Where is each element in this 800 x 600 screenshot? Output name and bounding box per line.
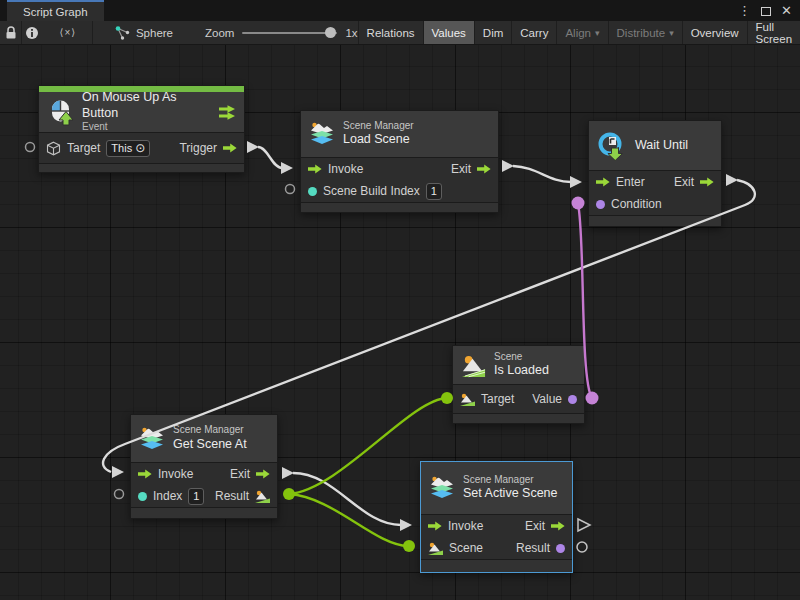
unconnected-setactive-result-port [577,542,587,552]
node-title: Get Scene At [173,437,247,453]
port-label-exit: Exit [525,519,545,533]
port-index-in[interactable]: Index 1 [138,488,204,505]
graph-name: Sphere [136,27,173,39]
dim-button[interactable]: Dim [474,21,511,44]
object-picker-icon[interactable]: ⊙ [135,141,145,156]
lock-button[interactable] [0,21,21,44]
flow-in-arrow-icon [138,469,152,479]
port-enter-in[interactable]: Enter [596,175,645,189]
port-invoke-in[interactable]: Invoke [428,519,483,533]
mouse-up-event-icon [47,99,74,126]
scene-port-icon [428,542,443,555]
port-exit-out[interactable]: Exit [525,519,565,533]
coroutine-double-arrow-icon [218,105,236,120]
value-port-dot-icon [308,187,317,196]
node-title: Wait Until [635,138,688,154]
port-exit-out[interactable]: Exit [230,467,270,481]
target-object-field[interactable]: This ⊙ [106,140,150,157]
scene-build-index-input[interactable]: 1 [426,183,442,200]
port-label-result: Result [215,489,249,503]
distribute-dropdown[interactable]: Distribute ▾ [608,21,682,44]
port-label-scene-build-index: Scene Build Index [323,184,420,198]
port-condition-in[interactable]: Condition [596,197,662,211]
node-footer [421,559,572,572]
zoom-slider-knob[interactable] [325,27,336,38]
node-is-loaded[interactable]: Scene Is Loaded Target Value [452,345,585,424]
node-category: Scene Manager [343,120,414,133]
distribute-label: Distribute [617,27,666,39]
port-scene-build-index-in[interactable]: Scene Build Index 1 [308,183,442,200]
node-footer [131,507,277,518]
port-label-exit: Exit [230,467,250,481]
zoom-slider[interactable] [242,32,337,34]
index-input[interactable]: 1 [188,488,204,505]
node-category: Scene [494,351,549,364]
unconnected-target-port [26,143,35,152]
node-footer [589,215,721,226]
window-menu-button[interactable]: ⋮ [738,4,751,17]
flow-out-arrow-icon [256,469,270,479]
values-button[interactable]: Values [423,21,474,44]
node-category: Scene Manager [463,474,558,487]
port-value-out[interactable]: Value [532,392,577,406]
port-trigger-out[interactable]: Trigger [179,141,237,155]
scene-manager-icon [429,475,455,501]
align-dropdown[interactable]: Align ▾ [556,21,607,44]
node-title: Set Active Scene [463,486,558,502]
node-set-active-scene[interactable]: Scene Manager Set Active Scene Invoke Ex… [420,461,573,573]
node-wait-until[interactable]: Wait Until Enter Exit Condition [588,120,722,227]
tab-script-graph[interactable]: Script Graph [7,0,104,21]
node-footer [301,202,498,212]
port-invoke-in[interactable]: Invoke [138,467,193,481]
wire-getsceneat-to-setactive [282,467,412,531]
tab-title: Script Graph [23,6,88,18]
graph-icon [115,26,130,40]
port-label-index: Index [153,489,182,503]
maximize-icon [761,7,771,16]
port-invoke-in[interactable]: Invoke [308,162,363,176]
port-label-invoke: Invoke [158,467,193,481]
flow-in-arrow-icon [428,521,442,531]
node-get-scene-at[interactable]: Scene Manager Get Scene At Invoke Exit I… [130,414,278,519]
port-result-out[interactable]: Result [215,489,270,503]
value-port-dot-icon [596,200,605,209]
unconnected-setactive-exit-port [578,519,590,531]
scene-port-icon [460,393,475,406]
info-icon [25,26,39,40]
overview-button[interactable]: Overview [682,21,747,44]
wire-trigger-to-loadscene [247,141,293,174]
code-brackets-icon: ⟨×⟩ [60,27,77,38]
relations-button[interactable]: Relations [358,21,423,44]
port-label-invoke: Invoke [448,519,483,533]
port-label-exit: Exit [674,175,694,189]
graph-breadcrumb[interactable]: Sphere [93,21,173,44]
zoom-level: 1x [345,27,357,39]
zoom-label: Zoom [205,27,234,39]
window-close-button[interactable]: ✕ [781,4,792,17]
carry-button[interactable]: Carry [511,21,556,44]
node-category: Scene Manager [173,424,247,437]
lock-icon [5,26,17,40]
window-maximize-button[interactable] [761,2,771,20]
node-title: Is Loaded [494,363,549,379]
port-exit-out[interactable]: Exit [674,175,714,189]
node-subtitle: Event [82,121,210,134]
scene-manager-icon [309,121,335,147]
node-title: Load Scene [343,132,414,148]
align-label: Align [565,27,591,39]
value-port-dot-icon [568,395,577,404]
port-target-in[interactable]: Target [460,392,514,406]
node-on-mouse-up-as-button[interactable]: On Mouse Up As Button Event [38,85,245,173]
port-scene-in[interactable]: Scene [428,541,483,555]
flow-out-arrow-icon [223,143,237,153]
port-exit-out[interactable]: Exit [451,162,491,176]
graph-canvas[interactable]: On Mouse Up As Button Event [0,0,800,600]
fullscreen-button[interactable]: Full Screen [747,21,800,44]
scene-asset-icon [461,353,486,378]
code-view-button[interactable]: ⟨×⟩ [43,21,92,44]
scene-port-icon [255,490,270,503]
info-button[interactable] [22,21,43,44]
node-load-scene[interactable]: Scene Manager Load Scene Invoke Exit Sce… [300,110,499,213]
port-result-out[interactable]: Result [516,541,565,555]
unconnected-index-port [115,490,124,499]
